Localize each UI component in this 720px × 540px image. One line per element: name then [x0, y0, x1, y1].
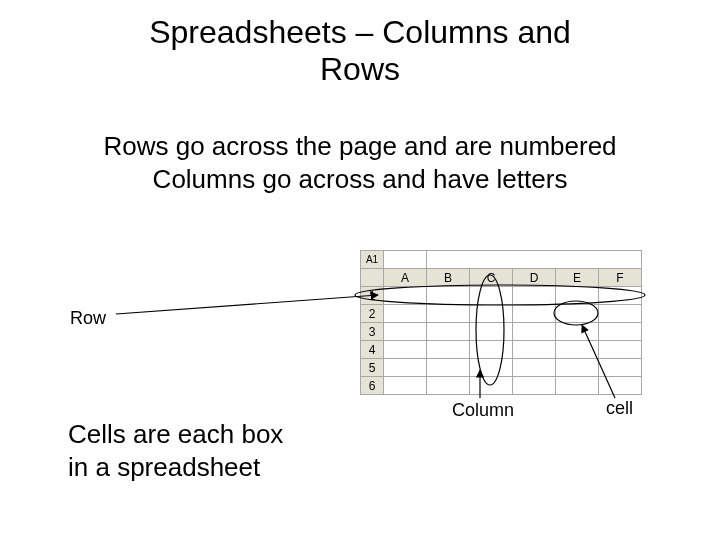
spreadsheet-graphic: A1 A B C D E F 1 2 3 4 5 6 [360, 250, 642, 395]
slide-title: Spreadsheets – Columns and Rows [0, 14, 720, 88]
body-line1: Rows go across the page and are numbered [103, 131, 616, 161]
cell [599, 287, 642, 305]
cell [513, 305, 556, 323]
cell [470, 287, 513, 305]
cell [513, 287, 556, 305]
grid-row: 5 [361, 359, 642, 377]
cell [384, 305, 427, 323]
cells-def-line1: Cells are each box [68, 419, 283, 449]
column-header-row: A B C D E F [361, 269, 642, 287]
cells-def-line2: in a spreadsheet [68, 452, 260, 482]
cell [427, 323, 470, 341]
grid-row: 3 [361, 323, 642, 341]
row-header-5: 5 [361, 359, 384, 377]
cell [513, 341, 556, 359]
cell [556, 305, 599, 323]
row-header-6: 6 [361, 377, 384, 395]
body-line2: Columns go across and have letters [153, 164, 568, 194]
cell [556, 359, 599, 377]
slide-body: Rows go across the page and are numbered… [0, 130, 720, 195]
cell [427, 359, 470, 377]
col-header-E: E [556, 269, 599, 287]
col-header-D: D [513, 269, 556, 287]
cell [470, 305, 513, 323]
name-box: A1 [361, 251, 384, 269]
cell [470, 377, 513, 395]
formula-bar-left [384, 251, 427, 269]
grid-row: 1 [361, 287, 642, 305]
cell [427, 287, 470, 305]
cell [384, 341, 427, 359]
cell [470, 323, 513, 341]
cell [513, 377, 556, 395]
namebox-row: A1 [361, 251, 642, 269]
row-header-1: 1 [361, 287, 384, 305]
cell [513, 359, 556, 377]
col-header-B: B [427, 269, 470, 287]
row-header-2: 2 [361, 305, 384, 323]
grid-row: 4 [361, 341, 642, 359]
cell [427, 341, 470, 359]
col-header-A: A [384, 269, 427, 287]
col-header-F: F [599, 269, 642, 287]
column-label: Column [452, 400, 514, 421]
cell [556, 377, 599, 395]
cell [599, 359, 642, 377]
col-header-C: C [470, 269, 513, 287]
cell [384, 359, 427, 377]
title-line1: Spreadsheets – Columns and [149, 14, 571, 50]
grid-row: 6 [361, 377, 642, 395]
cell [599, 305, 642, 323]
cell [384, 323, 427, 341]
cell [384, 377, 427, 395]
select-all-corner [361, 269, 384, 287]
cell [599, 323, 642, 341]
grid-row: 2 [361, 305, 642, 323]
cell [513, 323, 556, 341]
row-header-3: 3 [361, 323, 384, 341]
cell [427, 305, 470, 323]
cell [470, 341, 513, 359]
cells-definition: Cells are each box in a spreadsheet [68, 418, 328, 483]
cell [384, 287, 427, 305]
cell [599, 377, 642, 395]
cell [556, 287, 599, 305]
cell [599, 341, 642, 359]
formula-bar [427, 251, 642, 269]
cell [556, 323, 599, 341]
row-label: Row [70, 308, 106, 329]
title-line2: Rows [320, 51, 400, 87]
row-arrow [116, 295, 378, 314]
cell [427, 377, 470, 395]
cell [556, 341, 599, 359]
row-header-4: 4 [361, 341, 384, 359]
cell-label: cell [606, 398, 633, 419]
slide: Spreadsheets – Columns and Rows Rows go … [0, 0, 720, 540]
cell [470, 359, 513, 377]
